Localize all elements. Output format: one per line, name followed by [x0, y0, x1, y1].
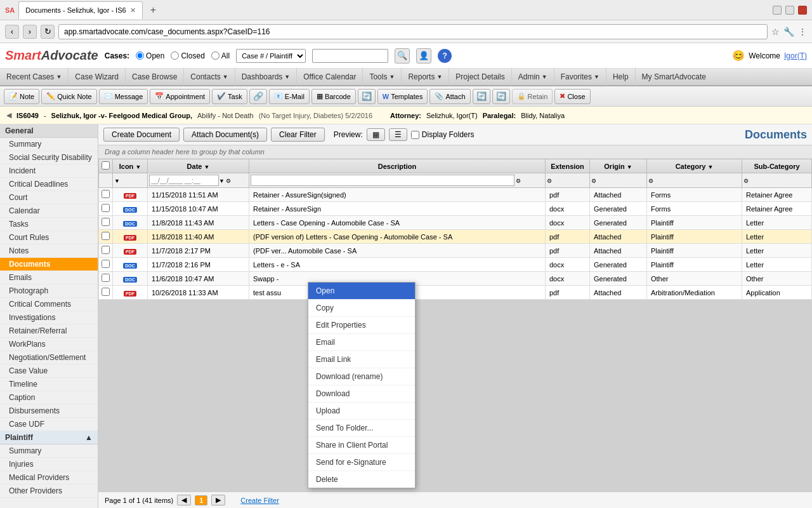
- menu-item-admin[interactable]: Admin▼: [512, 68, 554, 86]
- row-checkbox[interactable]: [102, 274, 110, 282]
- sidebar-item-other-providers[interactable]: Other Providers: [0, 485, 98, 498]
- sidebar-section-plaintiff[interactable]: Plaintiff ▲: [0, 431, 98, 444]
- menu-item-dashboards[interactable]: Dashboards▼: [235, 68, 298, 86]
- context-menu-item-upload[interactable]: Upload: [308, 403, 415, 420]
- refresh3-button[interactable]: 🔄: [492, 89, 510, 104]
- sidebar-item-negotiation[interactable]: Negotiation/Settlement: [0, 351, 98, 364]
- context-menu-item-download[interactable]: Download: [308, 385, 415, 403]
- col-icon[interactable]: Icon ▼: [113, 159, 148, 173]
- contact-search-button[interactable]: 👤: [416, 48, 431, 64]
- context-menu-item-delete[interactable]: Delete: [308, 471, 415, 488]
- sidebar-item-court-rules[interactable]: Court Rules: [0, 231, 98, 244]
- link-button[interactable]: 🔗: [249, 89, 267, 104]
- reload-button[interactable]: ↻: [41, 25, 55, 39]
- col-extension[interactable]: Extension: [546, 159, 590, 173]
- sidebar-item-notes[interactable]: Notes: [0, 244, 98, 258]
- collapse-icon[interactable]: ◀: [6, 111, 11, 119]
- sidebar-item-plaintiff-summary[interactable]: Summary: [0, 444, 98, 458]
- col-description[interactable]: Description: [249, 159, 546, 173]
- sidebar-item-retainer-referral[interactable]: Retainer/Referral: [0, 324, 98, 338]
- maximize-button[interactable]: [785, 6, 794, 15]
- sidebar-item-photograph[interactable]: Photograph: [0, 284, 98, 298]
- minimize-button[interactable]: [773, 6, 782, 15]
- context-menu-item-edit-properties[interactable]: Edit Properties: [308, 317, 415, 334]
- search-button[interactable]: 🔍: [395, 48, 410, 64]
- menu-item-case-wizard[interactable]: Case Wizard: [69, 68, 126, 86]
- sidebar-item-caption[interactable]: Caption: [0, 391, 98, 404]
- row-checkbox[interactable]: [102, 260, 110, 268]
- sidebar-item-tasks[interactable]: Tasks: [0, 218, 98, 231]
- menu-item-project-details[interactable]: Project Details: [449, 68, 511, 86]
- sidebar-item-documents[interactable]: Documents: [0, 258, 98, 271]
- sidebar-item-injuries[interactable]: Injuries: [0, 458, 98, 471]
- sidebar-item-investigations[interactable]: Investigations: [0, 311, 98, 324]
- task-button[interactable]: ✔️Task: [212, 89, 247, 104]
- quick-note-button[interactable]: ✏️Quick Note: [41, 89, 96, 104]
- col-origin[interactable]: Origin ▼: [590, 159, 647, 173]
- retain-button[interactable]: 🔒Retain: [512, 89, 553, 104]
- sidebar-item-case-udf[interactable]: Case UDF: [0, 418, 98, 431]
- new-tab-button[interactable]: +: [147, 4, 160, 16]
- date-filter-input[interactable]: [149, 175, 219, 186]
- menu-item-tools[interactable]: Tools▼: [363, 68, 402, 86]
- templates-button[interactable]: WTemplates: [377, 89, 428, 104]
- desc-filter-input[interactable]: [251, 175, 514, 186]
- attach-button[interactable]: 📎Attach: [429, 89, 470, 104]
- attach-document-button[interactable]: Attach Document(s): [183, 128, 267, 142]
- browser-tab[interactable]: Documents - Selizhuk, Igor - IS6 ✕: [18, 1, 142, 19]
- sa-logo[interactable]: SmartAdvocate: [5, 48, 98, 63]
- context-menu-item-send-esignature[interactable]: Send for e-Signature: [308, 454, 415, 471]
- note-button[interactable]: 📝Note: [4, 89, 39, 104]
- menu-item-contacts[interactable]: Contacts▼: [184, 68, 235, 86]
- close-action-button[interactable]: ✖Close: [554, 89, 590, 104]
- sidebar-item-calendar[interactable]: Calendar: [0, 204, 98, 218]
- refresh2-button[interactable]: 🔄: [473, 89, 490, 104]
- address-input[interactable]: [58, 24, 768, 39]
- menu-item-office-calendar[interactable]: Office Calendar: [297, 68, 363, 86]
- sidebar-item-medical-providers[interactable]: Medical Providers: [0, 471, 98, 485]
- sidebar-section-general[interactable]: General: [0, 124, 98, 138]
- row-checkbox[interactable]: [102, 232, 110, 240]
- context-menu-item-download-rename[interactable]: Download (rename): [308, 368, 415, 385]
- display-folders-checkbox[interactable]: [411, 131, 419, 139]
- search-type-dropdown[interactable]: Case # / Plaintiff: [236, 49, 306, 63]
- menu-item-reports[interactable]: Reports▼: [402, 68, 449, 86]
- menu-item-my-smartadvocate[interactable]: My SmartAdvocate: [636, 68, 712, 86]
- email-button[interactable]: 📧E-Mail: [269, 89, 310, 104]
- help-button[interactable]: ?: [438, 49, 452, 63]
- row-checkbox[interactable]: [102, 218, 110, 226]
- next-page-button[interactable]: ▶: [211, 495, 225, 505]
- sidebar-item-incident[interactable]: Incident: [0, 164, 98, 178]
- radio-all[interactable]: All: [211, 51, 230, 60]
- create-document-button[interactable]: Create Document: [103, 128, 180, 142]
- radio-closed[interactable]: Closed: [171, 51, 204, 60]
- context-menu-item-email[interactable]: Email: [308, 334, 415, 351]
- col-date[interactable]: Date ▼: [148, 159, 249, 173]
- menu-item-help[interactable]: Help: [606, 68, 636, 86]
- row-checkbox[interactable]: [102, 288, 110, 296]
- close-button[interactable]: [798, 6, 807, 15]
- prev-page-button[interactable]: ◀: [177, 495, 191, 505]
- display-folders-label[interactable]: Display Folders: [411, 130, 475, 139]
- sidebar-item-workplans[interactable]: WorkPlans: [0, 338, 98, 351]
- refresh-button[interactable]: 🔄: [358, 89, 376, 104]
- user-name[interactable]: Igor(T): [784, 51, 807, 60]
- row-checkbox[interactable]: [102, 190, 110, 198]
- menu-item-favorites[interactable]: Favorites▼: [554, 68, 606, 86]
- sidebar-item-court[interactable]: Court: [0, 191, 98, 204]
- row-checkbox[interactable]: [102, 246, 110, 254]
- sidebar-item-social-security[interactable]: Social Security Disability: [0, 151, 98, 164]
- sidebar-item-critical-deadlines[interactable]: Critical Deadlines: [0, 178, 98, 191]
- preview-grid-button[interactable]: ▦: [367, 128, 385, 141]
- back-button[interactable]: ‹: [5, 25, 19, 39]
- clear-filter-button[interactable]: Clear Filter: [271, 128, 325, 142]
- context-menu-item-copy[interactable]: Copy: [308, 300, 415, 317]
- context-menu-item-open[interactable]: Open: [308, 283, 415, 300]
- context-menu-item-share-client-portal[interactable]: Share in Client Portal: [308, 437, 415, 454]
- sidebar-item-timeline[interactable]: Timeline: [0, 378, 98, 391]
- forward-button[interactable]: ›: [23, 25, 37, 39]
- search-input[interactable]: [312, 49, 388, 63]
- col-category[interactable]: Category ▼: [647, 159, 742, 173]
- col-subcategory[interactable]: Sub-Category: [742, 159, 812, 173]
- sidebar-item-case-value[interactable]: Case Value: [0, 364, 98, 378]
